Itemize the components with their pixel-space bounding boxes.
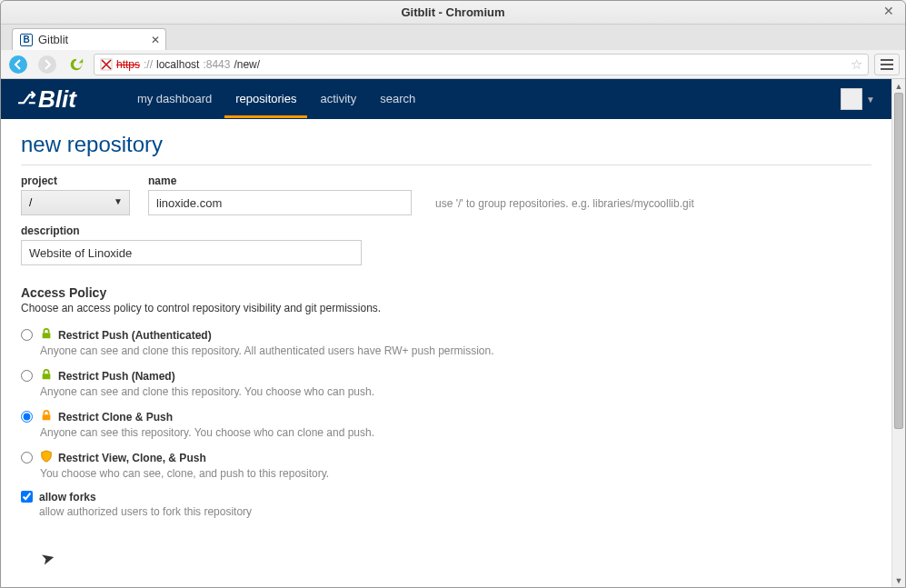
svg-rect-3: [43, 333, 51, 338]
nav-link-my-dashboard[interactable]: my dashboard: [126, 80, 223, 118]
policy-desc: Anyone can see and clone this repository…: [40, 344, 494, 357]
shield-orange-icon: [40, 450, 53, 465]
url-path: /new/: [234, 58, 260, 71]
window-titlebar: Gitblit - Chromium ✕: [1, 1, 905, 25]
project-select[interactable]: /: [21, 190, 130, 215]
window-title: Gitblit - Chromium: [401, 5, 504, 19]
policy-label: Restrict Push (Authenticated): [58, 329, 212, 342]
name-label: name: [148, 174, 412, 187]
url-port: :8443: [203, 58, 230, 71]
access-policy-option[interactable]: Restrict Push (Named)Anyone can see and …: [21, 368, 871, 398]
lock-orange-icon: [40, 409, 53, 424]
vertical-scrollbar[interactable]: ▲ ▼: [891, 79, 905, 587]
description-label: description: [21, 224, 871, 237]
browser-tabstrip: B Gitblit ✕: [1, 25, 905, 50]
nav-reload-button[interactable]: [65, 53, 88, 76]
access-policy-title: Access Policy: [21, 285, 871, 300]
access-policy-desc: Choose an access policy to control repos…: [21, 302, 871, 314]
svg-point-1: [38, 55, 56, 74]
user-avatar[interactable]: [841, 88, 862, 110]
access-policy-option[interactable]: Restrict View, Clone, & PushYou choose w…: [21, 450, 871, 480]
scroll-thumb[interactable]: [894, 93, 903, 429]
nav-link-repositories[interactable]: repositories: [224, 80, 307, 118]
url-host: localhost: [156, 58, 199, 71]
tab-favicon-icon: B: [20, 34, 33, 46]
svg-rect-5: [43, 414, 51, 420]
nav-forward-button[interactable]: [35, 53, 59, 76]
address-bar[interactable]: https :// localhost :8443 /new/ ☆: [94, 54, 869, 75]
bookmark-star-icon[interactable]: ☆: [851, 56, 862, 73]
name-hint: use '/' to group repositories. e.g. libr…: [435, 197, 694, 210]
policy-desc: Anyone can see and clone this repository…: [40, 385, 374, 398]
allow-forks-checkbox[interactable]: [21, 491, 33, 503]
access-policy-option[interactable]: Restrict Push (Authenticated)Anyone can …: [21, 327, 871, 357]
insecure-icon: [100, 58, 113, 71]
svg-point-0: [9, 55, 27, 74]
access-policy-radio[interactable]: [21, 452, 33, 463]
page-title: new repository: [21, 132, 871, 157]
svg-rect-4: [43, 374, 51, 379]
policy-desc: Anyone can see this repository. You choo…: [40, 426, 374, 439]
nav-link-activity[interactable]: activity: [309, 80, 367, 118]
logo-icon: ⎇: [17, 88, 36, 108]
scroll-up-icon[interactable]: ▲: [892, 79, 905, 93]
tab-title: Gitblit: [38, 33, 68, 46]
lock-green-icon: [40, 327, 53, 343]
url-protocol: https: [116, 58, 140, 71]
user-menu-caret-icon[interactable]: ▼: [866, 95, 875, 105]
browser-toolbar: https :// localhost :8443 /new/ ☆: [1, 50, 905, 79]
project-label: project: [21, 174, 130, 187]
app-navbar: ⎇ Blit my dashboardrepositoriesactivitys…: [1, 79, 891, 119]
scroll-down-icon[interactable]: ▼: [892, 573, 905, 587]
access-policy-radio[interactable]: [21, 329, 33, 341]
access-policy-radio[interactable]: [21, 370, 33, 382]
divider: [21, 164, 871, 165]
nav-link-search[interactable]: search: [369, 80, 426, 118]
allow-forks-label: allow forks: [39, 491, 252, 503]
tab-close-icon[interactable]: ✕: [151, 34, 160, 46]
policy-label: Restrict Clone & Push: [58, 411, 173, 424]
access-policy-radio[interactable]: [21, 411, 33, 423]
close-icon[interactable]: ✕: [883, 5, 898, 19]
browser-tab[interactable]: B Gitblit ✕: [12, 28, 166, 50]
app-logo[interactable]: ⎇ Blit: [17, 85, 76, 114]
policy-desc: You choose who can see, clone, and push …: [40, 467, 329, 480]
page-content: ⎇ Blit my dashboardrepositoriesactivitys…: [1, 79, 891, 587]
policy-label: Restrict View, Clone, & Push: [58, 452, 206, 464]
policy-label: Restrict Push (Named): [58, 370, 175, 383]
name-input[interactable]: [148, 190, 412, 215]
nav-back-button[interactable]: [6, 53, 30, 76]
description-input[interactable]: [21, 240, 362, 265]
browser-menu-button[interactable]: [874, 54, 900, 75]
lock-green-icon: [40, 368, 53, 384]
allow-forks-desc: allow authorized users to fork this repo…: [39, 505, 252, 518]
access-policy-option[interactable]: Restrict Clone & PushAnyone can see this…: [21, 409, 871, 439]
